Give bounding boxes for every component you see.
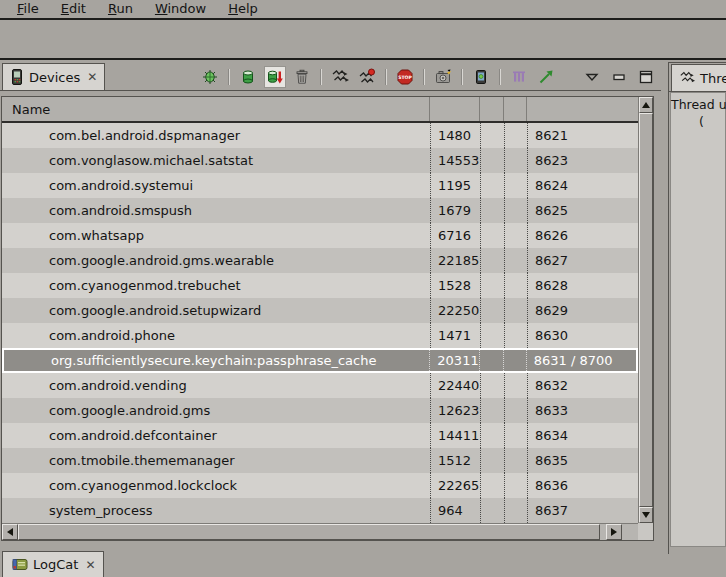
device-client-row[interactable]: com.android.vending 22440 8632 <box>2 373 638 398</box>
client-blank1 <box>480 223 504 248</box>
client-pid: 12623 <box>430 398 480 423</box>
device-client-row[interactable]: com.whatsapp 6716 8626 <box>2 223 638 248</box>
device-client-row[interactable]: com.android.defcontainer 14411 8634 <box>2 423 638 448</box>
svg-text:STOP: STOP <box>398 75 412 80</box>
client-name: com.google.android.gms <box>2 398 430 423</box>
column-header-blank1[interactable] <box>480 97 504 121</box>
stop-process-icon[interactable]: STOP <box>394 66 416 88</box>
phone-icon <box>10 68 24 86</box>
menu-run[interactable]: Run <box>97 0 144 18</box>
column-header-pid[interactable] <box>430 97 480 121</box>
update-threads-icon[interactable] <box>329 66 351 88</box>
client-blank2 <box>504 248 527 273</box>
tab-threads[interactable]: Threads <box>671 64 726 91</box>
client-port: 8625 <box>527 198 638 223</box>
update-heap-icon[interactable] <box>237 66 259 88</box>
horizontal-scrollbar[interactable] <box>2 523 638 540</box>
client-blank2 <box>504 473 527 498</box>
client-blank2 <box>504 223 527 248</box>
device-client-row[interactable]: com.cyanogenmod.trebuchet 1528 8628 <box>2 273 638 298</box>
device-client-row[interactable]: com.tmobile.thememanager 1512 8635 <box>2 448 638 473</box>
vertical-scrollbar[interactable] <box>638 97 653 523</box>
tab-logcat-label: LogCat <box>33 557 78 572</box>
client-blank2 <box>504 423 527 448</box>
client-blank1 <box>480 498 504 523</box>
screen-capture-icon[interactable] <box>432 66 454 88</box>
vertical-scroll-thumb[interactable] <box>639 113 653 507</box>
device-screen-icon[interactable] <box>470 66 492 88</box>
client-port: 8628 <box>527 273 638 298</box>
maximize-icon[interactable] <box>635 66 657 88</box>
device-client-row[interactable]: com.android.systemui 1195 8624 <box>2 173 638 198</box>
scroll-left-button[interactable] <box>2 524 18 540</box>
start-method-profiling-icon[interactable] <box>356 66 378 88</box>
column-header-blank2[interactable] <box>504 97 527 121</box>
tab-threads-label: Threads <box>700 71 726 86</box>
column-header-name[interactable]: Name <box>2 97 430 121</box>
devices-rows: com.bel.android.dspmanager 1480 8621 com… <box>2 123 638 523</box>
client-port: 8635 <box>527 448 638 473</box>
toolbar-separator <box>320 69 322 85</box>
menu-window[interactable]: Window <box>144 0 217 18</box>
devices-toolbar: STOP <box>199 63 657 90</box>
trend-arrow-icon[interactable] <box>535 66 557 88</box>
client-name: com.android.systemui <box>2 173 430 198</box>
device-client-row[interactable]: com.vonglasow.michael.satstat 14553 8623 <box>2 148 638 173</box>
client-port: 8627 <box>527 248 638 273</box>
device-client-row[interactable]: com.android.phone 1471 8630 <box>2 323 638 348</box>
debug-process-icon[interactable] <box>199 66 221 88</box>
menu-edit[interactable]: Edit <box>50 0 97 18</box>
ui-hierarchy-icon[interactable] <box>508 66 530 88</box>
toolbar-separator <box>228 69 230 85</box>
device-client-row[interactable]: com.google.android.gms 12623 8633 <box>2 398 638 423</box>
dump-hprof-icon[interactable] <box>264 66 286 88</box>
horizontal-scroll-thumb[interactable] <box>18 524 600 540</box>
tab-devices[interactable]: Devices ✕ <box>2 63 105 90</box>
cause-gc-icon[interactable] <box>291 66 313 88</box>
device-client-row[interactable]: com.google.android.setupwizard 22250 862… <box>2 298 638 323</box>
tab-devices-close-icon[interactable]: ✕ <box>85 71 97 83</box>
client-port: 8623 <box>527 148 638 173</box>
ddms-window: { "menubar": { "items": [ {"label": "Fil… <box>0 0 726 577</box>
device-client-row[interactable]: org.sufficientlysecure.keychain:passphra… <box>2 348 638 373</box>
client-blank2 <box>504 273 527 298</box>
client-name: com.android.smspush <box>2 198 430 223</box>
minimize-icon[interactable] <box>608 66 630 88</box>
client-pid: 22265 <box>430 473 480 498</box>
device-client-row[interactable]: com.cyanogenmod.lockclock 22265 8636 <box>2 473 638 498</box>
client-blank2 <box>504 148 527 173</box>
client-name: com.cyanogenmod.trebuchet <box>2 273 430 298</box>
client-name: org.sufficientlysecure.keychain:passphra… <box>4 350 429 371</box>
client-name: com.android.phone <box>2 323 430 348</box>
devices-view: Devices ✕ <box>0 62 661 554</box>
tab-logcat[interactable]: LogCat ✕ <box>2 551 104 577</box>
menu-file[interactable]: File <box>6 0 50 18</box>
client-blank1 <box>480 298 504 323</box>
scroll-up-button[interactable] <box>639 97 653 113</box>
client-blank1 <box>480 373 504 398</box>
client-port: 8632 <box>527 373 638 398</box>
client-pid: 964 <box>430 498 480 523</box>
view-menu-icon[interactable] <box>581 66 603 88</box>
client-name: com.bel.android.dspmanager <box>2 123 430 148</box>
device-client-row[interactable]: com.android.smspush 1679 8625 <box>2 198 638 223</box>
client-blank2 <box>504 373 527 398</box>
client-blank1 <box>480 398 504 423</box>
client-pid: 1480 <box>430 123 480 148</box>
scroll-right-button[interactable] <box>606 524 622 540</box>
toolbar-separator <box>499 69 501 85</box>
client-blank2 <box>504 323 527 348</box>
device-client-row[interactable]: com.google.android.gms.wearable 22185 86… <box>2 248 638 273</box>
client-blank1 <box>480 248 504 273</box>
scroll-down-button[interactable] <box>639 507 653 523</box>
menu-help[interactable]: Help <box>217 0 269 18</box>
client-port: 8634 <box>527 423 638 448</box>
tab-logcat-close-icon[interactable]: ✕ <box>83 558 95 572</box>
client-blank2 <box>503 350 526 371</box>
threads-view: Threads Thread up ( <box>668 62 726 554</box>
tab-devices-label: Devices <box>29 70 80 85</box>
column-header-port[interactable] <box>527 97 638 121</box>
client-pid: 22250 <box>430 298 480 323</box>
device-client-row[interactable]: com.bel.android.dspmanager 1480 8621 <box>2 123 638 148</box>
device-client-row[interactable]: system_process 964 8637 <box>2 498 638 523</box>
